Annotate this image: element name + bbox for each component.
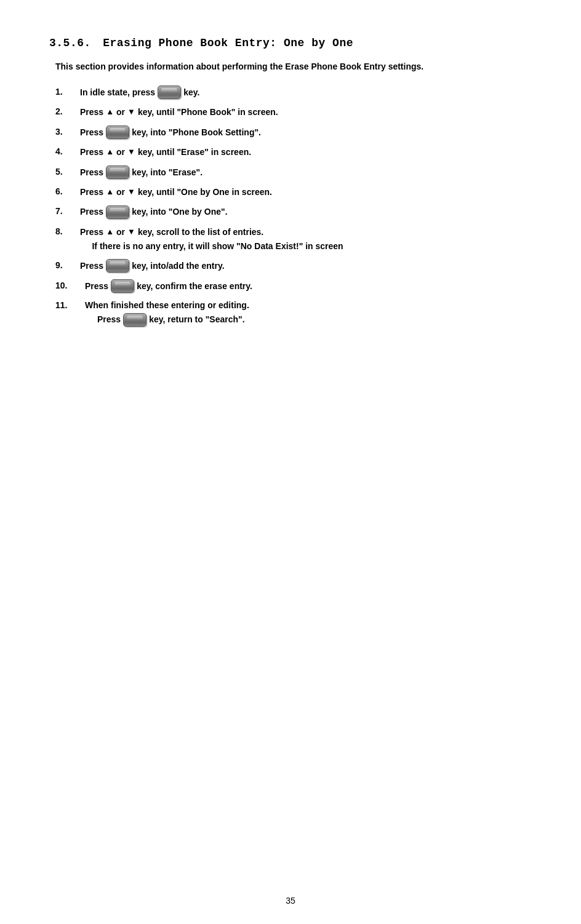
step-5-prefix: Press xyxy=(80,165,103,179)
menu-button-icon-11 xyxy=(123,313,146,327)
step-7-number: 7. xyxy=(55,205,80,218)
step-4-number: 4. xyxy=(55,145,80,158)
step-6-suffix: key, until "One by One in screen. xyxy=(138,185,272,199)
menu-button-icon-7 xyxy=(106,205,129,219)
menu-button-icon-3 xyxy=(106,125,129,139)
step-10-prefix: Press xyxy=(85,279,108,293)
step-2-prefix: Press xyxy=(80,105,103,119)
step-1-prefix: In idle state, press xyxy=(80,86,155,99)
step-6-prefix: Press xyxy=(80,185,103,199)
step-11-subline: Press key, return to "Search". xyxy=(97,313,249,327)
step-11-number: 11. xyxy=(55,299,85,312)
step-1-number: 1. xyxy=(55,86,80,98)
step-9: 9. Press key, into/add the entry. xyxy=(55,259,532,273)
step-8-content-block: Press ▲ or ▼ key, scroll to the list of … xyxy=(80,225,343,253)
step-8-number: 8. xyxy=(55,225,80,238)
step-6: 6. Press ▲ or ▼ key, until "One by One i… xyxy=(55,185,532,199)
step-3-suffix: key, into "Phone Book Setting". xyxy=(132,125,261,139)
step-4-or: or xyxy=(116,145,125,159)
step-1-content: In idle state, press key. xyxy=(80,86,199,99)
step-11-main: When finished these entering or editing. xyxy=(85,299,249,312)
section-heading: 3.5.6. Erasing Phone Book Entry: One by … xyxy=(49,37,532,49)
step-11: 11. When finished these entering or edit… xyxy=(55,299,532,327)
section-number: 3.5.6. xyxy=(49,37,91,49)
step-8-content: Press ▲ or ▼ key, scroll to the list of … xyxy=(80,225,343,239)
step-10-suffix: key, confirm the erase entry. xyxy=(137,279,252,293)
arrow-down-icon-6: ▼ xyxy=(127,186,135,199)
step-4-prefix: Press xyxy=(80,145,103,159)
step-7: 7. Press key, into "One by One". xyxy=(55,205,532,218)
menu-button-icon xyxy=(158,86,181,99)
step-4: 4. Press ▲ or ▼ key, until "Erase" in sc… xyxy=(55,145,532,159)
page-container: 3.5.6. Erasing Phone Book Entry: One by … xyxy=(0,0,581,370)
arrow-down-icon: ▼ xyxy=(127,106,135,119)
step-7-suffix: key, into "One by One". xyxy=(132,205,227,218)
step-9-suffix: key, into/add the entry. xyxy=(132,259,224,273)
step-6-content: Press ▲ or ▼ key, until "One by One in s… xyxy=(80,185,272,199)
step-1: 1. In idle state, press key. xyxy=(55,86,532,99)
arrow-up-icon-8: ▲ xyxy=(106,226,114,239)
step-1-suffix: key. xyxy=(183,86,199,99)
step-10-content: Press key, confirm the erase entry. xyxy=(85,279,252,293)
step-2-content: Press ▲ or ▼ key, until "Phone Book" in … xyxy=(80,105,278,119)
step-7-content: Press key, into "One by One". xyxy=(80,205,228,218)
menu-button-icon-5 xyxy=(106,165,129,179)
step-11-content-block: When finished these entering or editing.… xyxy=(85,299,249,327)
menu-button-icon-10 xyxy=(111,279,134,293)
section-title: Erasing Phone Book Entry: One by One xyxy=(103,37,353,49)
step-3: 3. Press key, into "Phone Book Setting". xyxy=(55,125,532,139)
steps-list: 1. In idle state, press key. 2. Press ▲ … xyxy=(55,86,532,327)
step-8-or: or xyxy=(116,225,125,239)
step-9-number: 9. xyxy=(55,259,80,272)
arrow-down-icon-4: ▼ xyxy=(127,146,135,159)
arrow-up-icon-6: ▲ xyxy=(106,186,114,199)
arrow-down-icon-8: ▼ xyxy=(127,226,135,239)
step-10: 10. Press key, confirm the erase entry. xyxy=(55,279,532,293)
step-6-or: or xyxy=(116,185,125,199)
step-11-sub-suffix: key, return to "Search". xyxy=(149,313,244,326)
step-2-number: 2. xyxy=(55,105,80,118)
step-3-prefix: Press xyxy=(80,125,103,139)
step-4-suffix: key, until "Erase" in screen. xyxy=(138,145,251,159)
step-11-sub-prefix: Press xyxy=(97,313,121,326)
step-5-suffix: key, into "Erase". xyxy=(132,165,202,179)
step-5-number: 5. xyxy=(55,165,80,178)
step-8-prefix: Press xyxy=(80,225,103,239)
menu-button-icon-9 xyxy=(106,259,129,273)
step-6-number: 6. xyxy=(55,185,80,198)
step-2: 2. Press ▲ or ▼ key, until "Phone Book" … xyxy=(55,105,532,119)
step-3-content: Press key, into "Phone Book Setting". xyxy=(80,125,261,139)
step-7-prefix: Press xyxy=(80,205,103,218)
step-8-subline: If there is no any entry, it will show "… xyxy=(80,240,343,253)
step-5-content: Press key, into "Erase". xyxy=(80,165,202,179)
step-8-suffix: key, scroll to the list of entries. xyxy=(138,225,263,239)
arrow-up-icon: ▲ xyxy=(106,106,114,119)
step-10-number: 10. xyxy=(55,279,85,292)
step-2-suffix: key, until "Phone Book" in screen. xyxy=(138,105,278,119)
step-9-prefix: Press xyxy=(80,259,103,273)
step-3-number: 3. xyxy=(55,125,80,138)
step-5: 5. Press key, into "Erase". xyxy=(55,165,532,179)
page-number: 35 xyxy=(286,896,295,906)
intro-text: This section provides information about … xyxy=(55,60,532,73)
step-8: 8. Press ▲ or ▼ key, scroll to the list … xyxy=(55,225,532,253)
step-2-or: or xyxy=(116,105,125,119)
arrow-up-icon-4: ▲ xyxy=(106,146,114,159)
step-4-content: Press ▲ or ▼ key, until "Erase" in scree… xyxy=(80,145,251,159)
step-9-content: Press key, into/add the entry. xyxy=(80,259,225,273)
